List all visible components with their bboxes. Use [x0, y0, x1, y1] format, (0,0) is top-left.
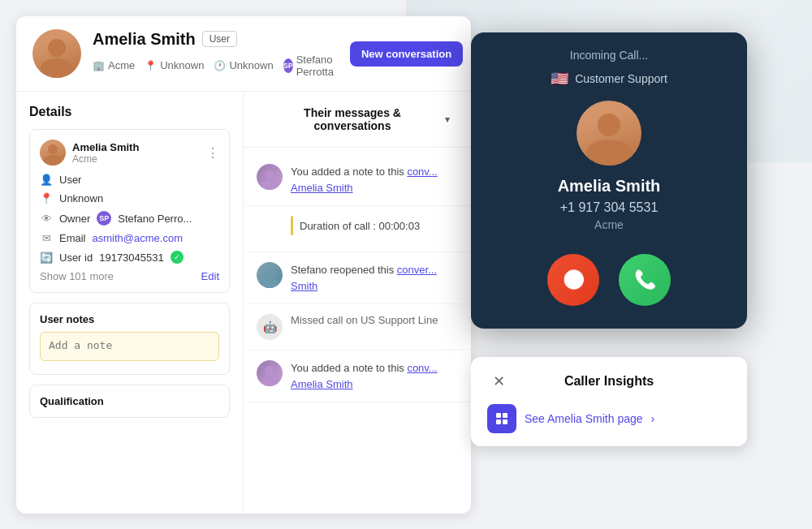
conv-content-4: Missed call on US Support Line	[291, 314, 458, 326]
main-panel: Amelia Smith User 🏢 Acme 📍 Unknown 🕐 Unk…	[16, 16, 471, 514]
owner-name-header: Stefano Perrotta	[296, 54, 339, 78]
details-title: Details	[29, 105, 230, 119]
decline-call-button[interactable]	[547, 254, 599, 306]
caller-avatar-large	[577, 101, 641, 166]
conv-item-stefano: Stefano reopened this conver... Smith	[244, 252, 471, 304]
user-notes-title: User notes	[40, 313, 219, 325]
clock-icon: 🕐	[214, 60, 226, 71]
caller-insights-panel: ✕ Caller Insights See Amelia Smith page …	[471, 357, 747, 446]
conv-name-link-5[interactable]: Amelia Smith	[291, 378, 353, 390]
conv-actor-3: Stefano	[291, 264, 327, 276]
owner-avatar-detail: SP	[97, 211, 111, 226]
user-card-info: Amelia Smith Acme	[40, 140, 139, 166]
new-conversation-button[interactable]: New conversation	[350, 41, 463, 67]
conv-action-1: added a note to this	[312, 166, 408, 178]
company-name: Acme	[108, 59, 135, 71]
svg-rect-3	[503, 419, 508, 424]
owner-avatar-small: SP	[283, 58, 293, 73]
svg-rect-0	[496, 413, 501, 418]
whatsapp-icon	[171, 251, 184, 264]
detail-row-userid: 🔄 User id 19173045531	[40, 251, 219, 264]
owner-label: Owner	[59, 213, 90, 225]
caller-phone: +1 917 304 5531	[471, 200, 747, 215]
conv-sublink-3: Smith	[291, 278, 458, 295]
conv-avatar-stefano	[257, 262, 283, 288]
role-value: User	[59, 174, 81, 186]
missed-call-text: Missed call on US Support Line	[291, 314, 458, 326]
accept-call-button[interactable]	[619, 254, 671, 306]
conv-avatar-you-5	[257, 360, 283, 386]
edit-link[interactable]: Edit	[201, 270, 219, 282]
meta-owner: SP Stefano Perrotta	[283, 54, 339, 78]
details-panel: Details Amelia Smith Acme ⋮ 👤 User	[16, 92, 244, 514]
conv-name-link-1[interactable]: Amelia Smith	[291, 182, 353, 194]
insights-arrow-icon: ›	[651, 412, 655, 425]
user-card: Amelia Smith Acme ⋮ 👤 User 📍 Unknown 👁	[29, 129, 230, 293]
conversations-list: You added a note to this conv... Amelia …	[244, 148, 471, 409]
conv-name-link-3[interactable]: Smith	[291, 280, 317, 292]
conv-item-call: Duration of call : 00:00:03	[244, 206, 471, 252]
user-avatar	[32, 29, 81, 78]
person-icon: 👤	[40, 174, 53, 186]
insights-link-row[interactable]: See Amelia Smith page ›	[487, 404, 731, 433]
pin-icon: 📍	[40, 192, 53, 204]
detail-row-location: 📍 Unknown	[40, 192, 219, 204]
conv-text-1: You added a note to this conv...	[291, 164, 458, 180]
header-info: Amelia Smith User 🏢 Acme 📍 Unknown 🕐 Unk…	[93, 30, 339, 78]
conv-content-5: You added a note to this conv... Amelia …	[291, 360, 458, 392]
call-duration: Duration of call : 00:00:03	[300, 220, 420, 232]
caller-insights-header: ✕ Caller Insights	[487, 370, 731, 393]
more-options-icon[interactable]: ⋮	[206, 145, 219, 161]
conv-action-5: added a note to this	[312, 362, 408, 374]
call-bar-icon	[291, 216, 293, 235]
conv-text-3: Stefano reopened this conver...	[291, 262, 458, 278]
conv-avatar-you	[257, 164, 283, 190]
conversations-panel: Their messages & conversations ▾ You add…	[244, 92, 471, 514]
user-card-name: Amelia Smith	[72, 141, 139, 153]
caller-name: Amelia Smith	[471, 177, 747, 196]
user-notes-section: User notes	[29, 303, 230, 375]
user-card-company: Acme	[72, 153, 139, 165]
conv-link-1[interactable]: conv...	[407, 166, 437, 178]
user-name: Amelia Smith	[93, 30, 196, 49]
insights-app-icon	[487, 404, 516, 433]
location-icon: 📍	[145, 60, 157, 71]
call-support-row: 🇺🇸 Customer Support	[471, 70, 747, 88]
location2-value: Unknown	[229, 59, 273, 71]
user-header: Amelia Smith User 🏢 Acme 📍 Unknown 🕐 Unk…	[16, 16, 471, 92]
detail-row-email: ✉ Email asmith@acme.com	[40, 232, 219, 244]
conv-link-5[interactable]: conv...	[407, 362, 437, 374]
chevron-down-icon: ▾	[445, 114, 450, 125]
conv-actor-5: You	[291, 362, 309, 374]
show-more-link[interactable]: Show 101 more	[40, 270, 114, 282]
userid-label: User id	[59, 252, 93, 264]
conv-call-row: Duration of call : 00:00:03	[291, 216, 420, 235]
conv-item-missed: 🤖 Missed call on US Support Line	[244, 304, 471, 351]
conv-link-3[interactable]: conver...	[397, 264, 437, 276]
header-meta: 🏢 Acme 📍 Unknown 🕐 Unknown SP Stefano Pe…	[93, 54, 339, 78]
conv-avatar-call	[257, 216, 283, 242]
insights-link-text: See Amelia Smith page	[525, 412, 643, 425]
content-area: Details Amelia Smith Acme ⋮ 👤 User	[16, 92, 471, 514]
email-value[interactable]: asmith@acme.com	[93, 232, 183, 244]
conv-sublink-1: Amelia Smith	[291, 180, 458, 196]
show-more-row: Show 101 more Edit	[40, 270, 219, 282]
add-note-input[interactable]	[40, 332, 219, 361]
caller-company: Acme	[471, 218, 747, 231]
call-buttons	[471, 254, 747, 329]
meta-location2: 🕐 Unknown	[214, 59, 273, 71]
conv-content-3: Stefano reopened this conver... Smith	[291, 262, 458, 294]
user-card-avatar	[40, 140, 66, 166]
meta-company: 🏢 Acme	[93, 59, 135, 71]
close-insights-button[interactable]: ✕	[487, 370, 510, 393]
owner-label-icon: 👁	[40, 213, 53, 225]
conv-actor-1: You	[291, 166, 309, 178]
conv-item: You added a note to this conv... Amelia …	[244, 154, 471, 206]
call-header-text: Incoming Call...	[471, 32, 747, 70]
user-role-badge: User	[202, 31, 237, 47]
conv-text-5: You added a note to this conv...	[291, 360, 458, 376]
header-name-row: Amelia Smith User	[93, 30, 339, 49]
conv-toolbar: Their messages & conversations ▾	[244, 92, 471, 148]
conversations-dropdown[interactable]: Their messages & conversations ▾	[257, 101, 458, 137]
refresh-icon: 🔄	[40, 252, 53, 264]
